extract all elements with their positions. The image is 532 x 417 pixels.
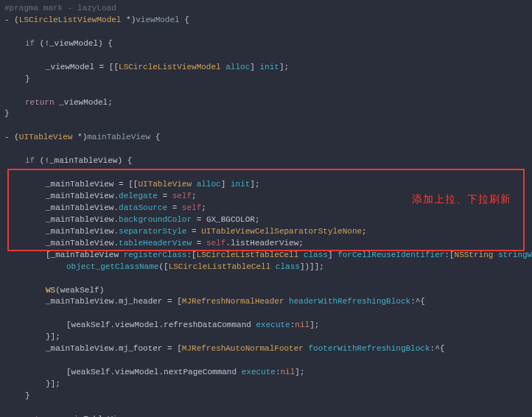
code-line: _mainTableView.backgroundColor = GX_BGCO…	[4, 214, 528, 226]
code-line: }	[4, 390, 528, 402]
code-line: }];	[4, 379, 528, 390]
code-line: _mainTableView.separatorStyle = UITableV…	[4, 226, 528, 238]
code-line: WS(weakSelf)	[4, 285, 528, 297]
code-line: }];	[4, 332, 528, 343]
code-line: if (!_viewModel) {	[4, 38, 528, 50]
code-line: _mainTableView.mj_footer = [MJRefreshAut…	[4, 343, 528, 355]
code-line	[4, 27, 528, 38]
code-line: _viewModel = [[LSCircleListViewModel all…	[4, 62, 528, 74]
code-line: _mainTableView.mj_header = [MJRefreshNor…	[4, 296, 528, 308]
code-line	[4, 120, 528, 132]
code-line: [weakSelf.viewModel.refreshDataCommand e…	[4, 320, 528, 332]
code-line: object_getClassName([LSCircleListTableCe…	[4, 262, 528, 273]
code-line	[4, 50, 528, 62]
code-line: }	[4, 108, 528, 120]
code-line: - (UITableView *)mainTableView {	[4, 132, 528, 144]
code-line	[4, 167, 528, 179]
code-line	[4, 308, 528, 320]
code-line: if (!_mainTableView) {	[4, 155, 528, 167]
code-line: return _mainTableView;	[4, 414, 528, 417]
code-line: _mainTableView.dataSource = self;	[4, 203, 528, 214]
code-line	[4, 402, 528, 414]
code-line: - (LSCircleListViewModel *)viewModel {	[4, 15, 528, 27]
code-editor[interactable]: #pragma mark - lazyLoad- (LSCircleListVi…	[0, 0, 532, 417]
code-line: [weakSelf.viewModel.nextPageCommand exec…	[4, 367, 528, 379]
code-line: [_mainTableView registerClass:[LSCircleL…	[4, 250, 528, 262]
code-line: _mainTableView.delegate = self;	[4, 191, 528, 203]
code-line: #pragma mark - lazyLoad	[4, 3, 528, 15]
code-line: }	[4, 74, 528, 85]
code-line: _mainTableView.tableHeaderView = self.li…	[4, 238, 528, 250]
code-line: _mainTableView = [[UITableView alloc] in…	[4, 179, 528, 191]
code-line	[4, 144, 528, 155]
code-line	[4, 355, 528, 367]
code-line: return _viewModel;	[4, 97, 528, 109]
code-line	[4, 273, 528, 285]
code-line	[4, 85, 528, 97]
